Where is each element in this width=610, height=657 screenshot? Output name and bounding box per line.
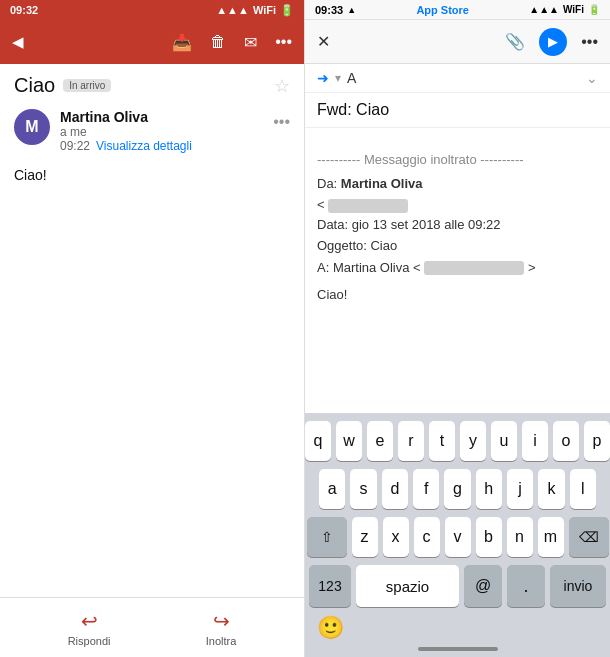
- left-status-icons: ▲▲▲ WiFi 🔋: [216, 4, 294, 17]
- back-button[interactable]: ◀: [12, 33, 24, 51]
- space-key[interactable]: spazio: [356, 565, 459, 607]
- dot-key[interactable]: .: [507, 565, 545, 607]
- keyboard-bottom-row: 123 spazio @ . invio: [309, 565, 606, 607]
- right-status-icons: ▲▲▲ WiFi 🔋: [529, 4, 600, 15]
- key-a[interactable]: a: [319, 469, 345, 509]
- forward-label: Inoltra: [206, 635, 237, 647]
- send-icon: ▶: [548, 34, 558, 49]
- details-link[interactable]: Visualizza dettagli: [96, 139, 192, 153]
- angle-bracket: <: [317, 197, 325, 212]
- fwd-from-label: Da:: [317, 176, 337, 191]
- key-v[interactable]: v: [445, 517, 471, 557]
- more-icon[interactable]: •••: [275, 33, 292, 51]
- fwd-separator: ---------- Messaggio inoltrato ---------…: [317, 150, 598, 170]
- key-b[interactable]: b: [476, 517, 502, 557]
- inbox-icon[interactable]: 📥: [172, 33, 192, 52]
- keyboard-row-1: q w e r t y u i o p: [309, 421, 606, 461]
- back-chevron-icon: ◀: [12, 33, 24, 51]
- fwd-subject-text: Fwd: Ciao: [317, 101, 389, 118]
- key-e[interactable]: e: [367, 421, 393, 461]
- location-icon: ▲: [347, 5, 356, 15]
- email-subject: Ciao: [14, 74, 55, 97]
- fwd-subject-row: Fwd: Ciao: [305, 93, 610, 128]
- expand-icon[interactable]: ⌄: [586, 70, 598, 86]
- sender-row: M Martina Oliva a me 09:22 Visualizza de…: [0, 101, 304, 161]
- right-panel: 09:33 ▲ App Store ▲▲▲ WiFi 🔋 ✕ 📎 ▶ ••• ➜…: [305, 0, 610, 657]
- sender-info: Martina Oliva a me 09:22 Visualizza dett…: [60, 109, 263, 153]
- key-s[interactable]: s: [350, 469, 376, 509]
- more-options-icon[interactable]: •••: [581, 33, 598, 51]
- left-time: 09:32: [10, 4, 38, 16]
- right-toolbar-left: ✕: [317, 32, 330, 51]
- forward-icon: ↪: [213, 609, 230, 633]
- key-l[interactable]: l: [570, 469, 596, 509]
- close-icon[interactable]: ✕: [317, 32, 330, 51]
- right-status-bar: 09:33 ▲ App Store ▲▲▲ WiFi 🔋: [305, 0, 610, 20]
- key-g[interactable]: g: [444, 469, 470, 509]
- shift-key[interactable]: ⇧: [307, 517, 347, 557]
- left-status-bar: 09:32 ▲▲▲ WiFi 🔋: [0, 0, 304, 20]
- key-j[interactable]: j: [507, 469, 533, 509]
- key-c[interactable]: c: [414, 517, 440, 557]
- right-toolbar-right: 📎 ▶ •••: [505, 28, 598, 56]
- reply-button[interactable]: ↩ Rispondi: [68, 609, 111, 647]
- to-dropdown-icon[interactable]: ▾: [335, 71, 341, 85]
- fwd-body: Ciao!: [317, 285, 598, 305]
- right-signal-icon: ▲▲▲: [529, 4, 559, 15]
- sender-time: 09:22: [60, 139, 90, 153]
- key-n[interactable]: n: [507, 517, 533, 557]
- key-f[interactable]: f: [413, 469, 439, 509]
- keyboard-row-2: a s d f g h j k l: [309, 469, 606, 509]
- key-h[interactable]: h: [476, 469, 502, 509]
- key-t[interactable]: t: [429, 421, 455, 461]
- key-m[interactable]: m: [538, 517, 564, 557]
- right-toolbar: ✕ 📎 ▶ •••: [305, 20, 610, 64]
- mail-icon[interactable]: ✉: [244, 33, 257, 52]
- battery-icon: 🔋: [280, 4, 294, 17]
- fwd-to-email-redacted: [424, 261, 524, 275]
- signal-icon: ▲▲▲: [216, 4, 249, 16]
- at-key[interactable]: @: [464, 565, 502, 607]
- fwd-from-name: Martina Oliva: [341, 176, 423, 191]
- key-r[interactable]: r: [398, 421, 424, 461]
- left-bottom-toolbar: ↩ Rispondi ↪ Inoltra: [0, 597, 304, 657]
- star-icon[interactable]: ☆: [274, 75, 290, 97]
- forward-button[interactable]: ↪ Inoltra: [206, 609, 237, 647]
- key-y[interactable]: y: [460, 421, 486, 461]
- trash-icon[interactable]: 🗑: [210, 33, 226, 51]
- key-w[interactable]: w: [336, 421, 362, 461]
- in-arrivo-badge: In arrivo: [63, 79, 111, 92]
- key-u[interactable]: u: [491, 421, 517, 461]
- left-toolbar: ◀ 📥 🗑 ✉ •••: [0, 20, 304, 64]
- compose-area[interactable]: ---------- Messaggio inoltrato ---------…: [305, 128, 610, 413]
- sender-name: Martina Oliva: [60, 109, 263, 125]
- send-key[interactable]: invio: [550, 565, 606, 607]
- keyboard-row-3: ⇧ z x c v b n m ⌫: [309, 517, 606, 557]
- key-o[interactable]: o: [553, 421, 579, 461]
- num-key[interactable]: 123: [309, 565, 351, 607]
- to-left: ➜ ▾ A: [317, 70, 356, 86]
- key-x[interactable]: x: [383, 517, 409, 557]
- send-button[interactable]: ▶: [539, 28, 567, 56]
- avatar: M: [14, 109, 50, 145]
- key-z[interactable]: z: [352, 517, 378, 557]
- sender-more-icon[interactable]: •••: [273, 113, 290, 131]
- sender-to: a me: [60, 125, 263, 139]
- reply-label: Rispondi: [68, 635, 111, 647]
- fwd-from-email-redacted: [328, 199, 408, 213]
- reply-icon: ↩: [81, 609, 98, 633]
- delete-key[interactable]: ⌫: [569, 517, 609, 557]
- key-k[interactable]: k: [538, 469, 564, 509]
- fwd-date: Data: gio 13 set 2018 alle 09:22: [317, 215, 598, 235]
- email-subject-text: Ciao In arrivo: [14, 74, 111, 97]
- left-toolbar-actions: 📥 🗑 ✉ •••: [172, 33, 292, 52]
- fwd-from-email-row: <: [317, 195, 598, 215]
- key-i[interactable]: i: [522, 421, 548, 461]
- key-d[interactable]: d: [382, 469, 408, 509]
- key-p[interactable]: p: [584, 421, 610, 461]
- emoji-button[interactable]: 🙂: [317, 615, 344, 641]
- attach-icon[interactable]: 📎: [505, 32, 525, 51]
- app-store-link[interactable]: App Store: [416, 4, 469, 16]
- key-q[interactable]: q: [305, 421, 331, 461]
- left-panel: 09:32 ▲▲▲ WiFi 🔋 ◀ 📥 🗑 ✉ ••• Ciao In arr…: [0, 0, 305, 657]
